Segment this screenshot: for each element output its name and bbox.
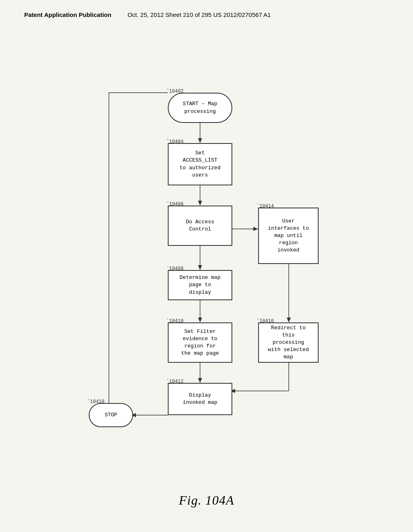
node-10418-id: ˇ10418 xyxy=(87,399,104,405)
node-10402-id: ˇ10402 xyxy=(166,89,184,94)
node-10406-label: Do AccessControl xyxy=(186,218,214,233)
svg-marker-13 xyxy=(198,378,202,383)
node-10418: STOP xyxy=(89,403,133,427)
svg-marker-5 xyxy=(198,265,202,270)
node-10416-label: Redirect tothisprocessingwith selectedma… xyxy=(268,324,309,361)
node-10408: Determine mappage todisplay xyxy=(168,270,232,300)
publication-info: Oct. 25, 2012 Sheet 210 of 295 US 2012/0… xyxy=(127,11,271,18)
node-10404-id: ˇ10404 xyxy=(166,139,184,145)
node-10404-label: SetACCESS_LISTto authorizedusers xyxy=(179,150,220,179)
figure-caption: Fig. 104A xyxy=(179,493,234,508)
node-10414-id: ˇ10414 xyxy=(257,204,274,209)
figure-caption-text: Fig. 104A xyxy=(179,493,234,507)
node-10402: START – Mapprocessing xyxy=(168,93,232,123)
node-10410: Set Filterevidence toregion forthe map p… xyxy=(168,322,232,363)
node-10410-label: Set Filterevidence toregion forthe map p… xyxy=(181,328,219,357)
publication-label: Patent Application Publication xyxy=(24,11,111,18)
node-10418-label: STOP xyxy=(104,411,117,419)
page-header: Patent Application Publication Oct. 25, … xyxy=(24,11,389,18)
node-10412-label: Displayinvoked map xyxy=(183,392,217,406)
node-10412: Displayinvoked map xyxy=(168,383,232,415)
node-10410-id: ˇ10410 xyxy=(166,318,184,324)
node-10408-id: ˇ10408 xyxy=(166,266,184,272)
svg-marker-1 xyxy=(198,138,202,143)
node-10416: Redirect tothisprocessingwith selectedma… xyxy=(258,322,319,363)
diagram-area: START – Mapprocessing ˇ10402 SetACCESS_L… xyxy=(0,40,413,472)
svg-marker-3 xyxy=(198,201,202,206)
node-10408-label: Determine mappage todisplay xyxy=(179,274,220,296)
node-10402-label: START – Mapprocessing xyxy=(183,100,217,115)
node-10404: SetACCESS_LISTto authorizedusers xyxy=(168,143,232,185)
node-10406: Do AccessControl xyxy=(168,206,232,246)
node-10414-label: Userinterfaces tomap untilregioninvoked xyxy=(268,218,309,254)
node-10416-id: ˇ10416 xyxy=(257,318,274,324)
node-10412-id: ˇ10412 xyxy=(166,379,184,384)
node-10406-id: ˇ10406 xyxy=(166,202,184,207)
svg-marker-7 xyxy=(253,227,258,231)
node-10414: Userinterfaces tomap untilregioninvoked xyxy=(258,208,319,264)
svg-marker-11 xyxy=(287,318,291,322)
svg-marker-9 xyxy=(198,318,202,322)
